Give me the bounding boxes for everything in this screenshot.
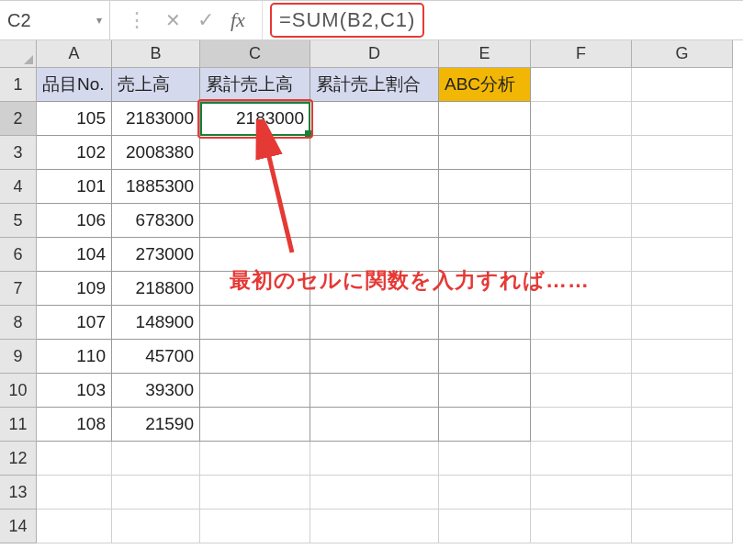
- cell-A10[interactable]: 103: [37, 374, 112, 408]
- cell-E1[interactable]: ABC分析: [439, 68, 531, 102]
- cell-F2[interactable]: [531, 102, 632, 136]
- row-header-3[interactable]: 3: [0, 136, 37, 170]
- cell-F12[interactable]: [531, 442, 632, 476]
- cell-G14[interactable]: [632, 510, 733, 543]
- cell-A1[interactable]: 品目No.: [37, 68, 112, 102]
- cell-F10[interactable]: [531, 374, 632, 408]
- cell-D2[interactable]: [310, 102, 439, 136]
- cancel-icon[interactable]: ✕: [165, 9, 181, 31]
- cell-B6[interactable]: 273000: [112, 238, 200, 272]
- cell-A14[interactable]: [37, 510, 112, 543]
- cell-E11[interactable]: [439, 408, 531, 442]
- cell-G10[interactable]: [632, 374, 733, 408]
- fx-icon[interactable]: fx: [231, 8, 245, 32]
- cell-A5[interactable]: 106: [37, 204, 112, 238]
- col-header-E[interactable]: E: [439, 40, 531, 68]
- row-header-2[interactable]: 2: [0, 102, 37, 136]
- cell-G4[interactable]: [632, 170, 733, 204]
- confirm-icon[interactable]: ✓: [197, 8, 214, 32]
- cell-C10[interactable]: [200, 374, 310, 408]
- row-header-6[interactable]: 6: [0, 238, 37, 272]
- cell-A4[interactable]: 101: [37, 170, 112, 204]
- cell-D5[interactable]: [310, 204, 439, 238]
- cell-F5[interactable]: [531, 204, 632, 238]
- cell-C8[interactable]: [200, 306, 310, 340]
- cell-E13[interactable]: [439, 476, 531, 510]
- cell-B3[interactable]: 2008380: [112, 136, 200, 170]
- cell-G2[interactable]: [632, 102, 733, 136]
- cell-C5[interactable]: [200, 204, 310, 238]
- row-header-10[interactable]: 10: [0, 374, 37, 408]
- name-box[interactable]: C2 ▾: [0, 1, 110, 39]
- cell-C13[interactable]: [200, 476, 310, 510]
- cell-A13[interactable]: [37, 476, 112, 510]
- expand-icon[interactable]: ⋮: [127, 8, 149, 32]
- cell-D8[interactable]: [310, 306, 439, 340]
- cell-A8[interactable]: 107: [37, 306, 112, 340]
- cell-C1[interactable]: 累計売上高: [200, 68, 310, 102]
- row-header-8[interactable]: 8: [0, 306, 37, 340]
- col-header-G[interactable]: G: [632, 40, 733, 68]
- cell-C9[interactable]: [200, 340, 310, 374]
- cell-D9[interactable]: [310, 340, 439, 374]
- cell-F3[interactable]: [531, 136, 632, 170]
- cell-D10[interactable]: [310, 374, 439, 408]
- cell-A11[interactable]: 108: [37, 408, 112, 442]
- cell-G11[interactable]: [632, 408, 733, 442]
- cell-C7[interactable]: [200, 272, 310, 306]
- col-header-C[interactable]: C: [200, 40, 310, 68]
- select-all-corner[interactable]: [0, 40, 37, 68]
- cell-F9[interactable]: [531, 340, 632, 374]
- name-box-dropdown-icon[interactable]: ▾: [96, 14, 102, 27]
- cell-G9[interactable]: [632, 340, 733, 374]
- cell-G13[interactable]: [632, 476, 733, 510]
- row-header-7[interactable]: 7: [0, 272, 37, 306]
- row-header-9[interactable]: 9: [0, 340, 37, 374]
- cell-D14[interactable]: [310, 510, 439, 543]
- row-header-5[interactable]: 5: [0, 204, 37, 238]
- cell-F14[interactable]: [531, 510, 632, 543]
- cell-C6[interactable]: [200, 238, 310, 272]
- cell-B13[interactable]: [112, 476, 200, 510]
- row-header-11[interactable]: 11: [0, 408, 37, 442]
- cell-E9[interactable]: [439, 340, 531, 374]
- cell-E14[interactable]: [439, 510, 531, 543]
- cell-F8[interactable]: [531, 306, 632, 340]
- cell-B11[interactable]: 21590: [112, 408, 200, 442]
- cell-E2[interactable]: [439, 102, 531, 136]
- cell-B9[interactable]: 45700: [112, 340, 200, 374]
- cell-A6[interactable]: 104: [37, 238, 112, 272]
- cell-C11[interactable]: [200, 408, 310, 442]
- row-header-1[interactable]: 1: [0, 68, 37, 102]
- cell-A7[interactable]: 109: [37, 272, 112, 306]
- cell-G1[interactable]: [632, 68, 733, 102]
- cell-F11[interactable]: [531, 408, 632, 442]
- cell-B4[interactable]: 1885300: [112, 170, 200, 204]
- cell-G3[interactable]: [632, 136, 733, 170]
- cell-A3[interactable]: 102: [37, 136, 112, 170]
- cell-G6[interactable]: [632, 238, 733, 272]
- cell-E6[interactable]: [439, 238, 531, 272]
- cell-G12[interactable]: [632, 442, 733, 476]
- col-header-B[interactable]: B: [112, 40, 200, 68]
- formula-input[interactable]: =SUM(B2,C1): [270, 3, 425, 38]
- cell-E3[interactable]: [439, 136, 531, 170]
- cell-G8[interactable]: [632, 306, 733, 340]
- cell-F1[interactable]: [531, 68, 632, 102]
- cell-B5[interactable]: 678300: [112, 204, 200, 238]
- cell-F7[interactable]: [531, 272, 632, 306]
- cell-D1[interactable]: 累計売上割合: [310, 68, 439, 102]
- cell-B10[interactable]: 39300: [112, 374, 200, 408]
- cell-C2[interactable]: 2183000: [200, 102, 310, 136]
- row-header-13[interactable]: 13: [0, 476, 37, 510]
- cell-E12[interactable]: [439, 442, 531, 476]
- row-header-14[interactable]: 14: [0, 510, 37, 543]
- cell-E7[interactable]: [439, 272, 531, 306]
- cell-D7[interactable]: [310, 272, 439, 306]
- cell-B12[interactable]: [112, 442, 200, 476]
- cell-F4[interactable]: [531, 170, 632, 204]
- cell-F13[interactable]: [531, 476, 632, 510]
- row-header-12[interactable]: 12: [0, 442, 37, 476]
- cell-D6[interactable]: [310, 238, 439, 272]
- cell-D4[interactable]: [310, 170, 439, 204]
